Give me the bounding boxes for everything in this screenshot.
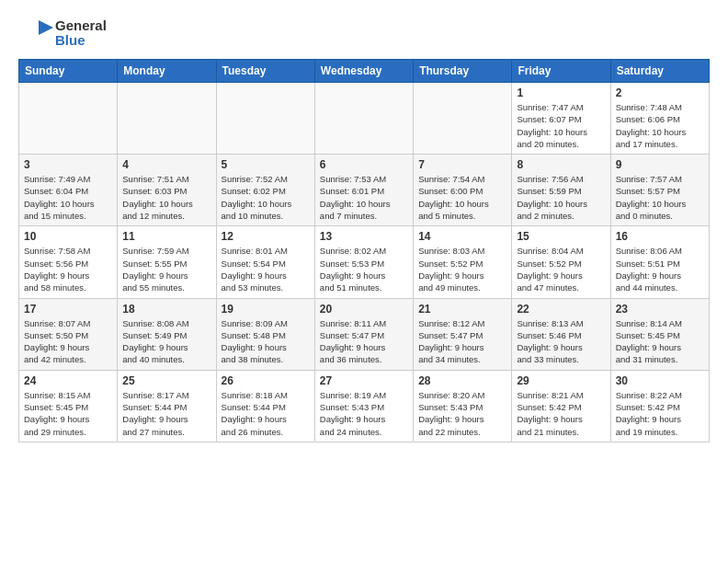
calendar-cell: 8Sunrise: 7:56 AM Sunset: 5:59 PM Daylig…	[512, 155, 610, 226]
calendar-cell: 3Sunrise: 7:49 AM Sunset: 6:04 PM Daylig…	[19, 155, 118, 226]
day-number: 8	[517, 158, 605, 171]
day-number: 11	[122, 230, 210, 243]
day-info: Sunrise: 8:19 AM Sunset: 5:43 PM Dayligh…	[320, 389, 408, 438]
calendar-cell: 12Sunrise: 8:01 AM Sunset: 5:54 PM Dayli…	[216, 226, 314, 298]
calendar-cell: 25Sunrise: 8:17 AM Sunset: 5:44 PM Dayli…	[118, 370, 216, 442]
day-number: 15	[517, 230, 605, 243]
day-number: 17	[24, 303, 112, 316]
calendar-cell: 17Sunrise: 8:07 AM Sunset: 5:50 PM Dayli…	[19, 298, 118, 370]
weekday-header-wednesday: Wednesday	[314, 60, 413, 83]
day-number: 7	[418, 158, 506, 171]
svg-rect-0	[18, 15, 55, 52]
day-info: Sunrise: 7:57 AM Sunset: 5:57 PM Dayligh…	[616, 173, 704, 222]
calendar-cell: 2Sunrise: 7:48 AM Sunset: 6:06 PM Daylig…	[610, 83, 709, 155]
day-number: 24	[24, 374, 112, 387]
day-info: Sunrise: 8:17 AM Sunset: 5:44 PM Dayligh…	[122, 389, 210, 438]
calendar-cell: 11Sunrise: 7:59 AM Sunset: 5:55 PM Dayli…	[118, 226, 216, 298]
weekday-header-saturday: Saturday	[610, 60, 709, 83]
day-number: 29	[517, 374, 605, 387]
logo-general-text: General	[55, 18, 107, 34]
logo-blue-text: Blue	[55, 33, 107, 49]
day-number: 5	[222, 158, 310, 171]
day-number: 13	[320, 230, 408, 243]
day-info: Sunrise: 8:04 AM Sunset: 5:52 PM Dayligh…	[517, 245, 605, 293]
day-number: 3	[24, 158, 112, 171]
calendar-cell: 5Sunrise: 7:52 AM Sunset: 6:02 PM Daylig…	[216, 155, 314, 226]
page: GeneralBlue SundayMondayTuesdayWednesday…	[0, 0, 728, 457]
calendar-cell: 7Sunrise: 7:54 AM Sunset: 6:00 PM Daylig…	[414, 155, 512, 226]
day-number: 16	[616, 230, 704, 243]
calendar-cell: 18Sunrise: 8:08 AM Sunset: 5:49 PM Dayli…	[118, 298, 216, 370]
day-number: 12	[222, 230, 310, 243]
calendar-cell: 6Sunrise: 7:53 AM Sunset: 6:01 PM Daylig…	[314, 155, 413, 226]
day-info: Sunrise: 8:11 AM Sunset: 5:47 PM Dayligh…	[320, 317, 408, 366]
calendar-cell	[414, 83, 512, 155]
calendar-cell: 27Sunrise: 8:19 AM Sunset: 5:43 PM Dayli…	[314, 370, 413, 442]
calendar-cell: 13Sunrise: 8:02 AM Sunset: 5:53 PM Dayli…	[314, 226, 413, 298]
day-info: Sunrise: 8:06 AM Sunset: 5:51 PM Dayligh…	[616, 245, 704, 293]
calendar-cell	[314, 83, 413, 155]
day-info: Sunrise: 7:56 AM Sunset: 5:59 PM Dayligh…	[517, 173, 605, 222]
calendar-cell: 22Sunrise: 8:13 AM Sunset: 5:46 PM Dayli…	[512, 298, 610, 370]
day-info: Sunrise: 8:12 AM Sunset: 5:47 PM Dayligh…	[418, 317, 506, 366]
day-info: Sunrise: 8:09 AM Sunset: 5:48 PM Dayligh…	[222, 317, 310, 366]
calendar-cell: 1Sunrise: 7:47 AM Sunset: 6:07 PM Daylig…	[512, 83, 610, 155]
day-number: 23	[616, 303, 704, 316]
calendar-cell: 16Sunrise: 8:06 AM Sunset: 5:51 PM Dayli…	[610, 226, 709, 298]
day-info: Sunrise: 8:21 AM Sunset: 5:42 PM Dayligh…	[517, 389, 605, 438]
calendar-cell: 26Sunrise: 8:18 AM Sunset: 5:44 PM Dayli…	[216, 370, 314, 442]
day-number: 21	[418, 303, 506, 316]
calendar-cell: 15Sunrise: 8:04 AM Sunset: 5:52 PM Dayli…	[512, 226, 610, 298]
day-info: Sunrise: 8:15 AM Sunset: 5:45 PM Dayligh…	[24, 389, 112, 438]
day-number: 2	[616, 86, 704, 99]
calendar-cell: 23Sunrise: 8:14 AM Sunset: 5:45 PM Dayli…	[610, 298, 709, 370]
calendar-cell: 20Sunrise: 8:11 AM Sunset: 5:47 PM Dayli…	[314, 298, 413, 370]
day-number: 30	[616, 374, 704, 387]
calendar-cell: 9Sunrise: 7:57 AM Sunset: 5:57 PM Daylig…	[610, 155, 709, 226]
day-number: 9	[616, 158, 704, 171]
day-info: Sunrise: 8:22 AM Sunset: 5:42 PM Dayligh…	[616, 389, 704, 438]
day-info: Sunrise: 7:52 AM Sunset: 6:02 PM Dayligh…	[222, 173, 310, 222]
calendar-cell: 28Sunrise: 8:20 AM Sunset: 5:43 PM Dayli…	[414, 370, 512, 442]
day-info: Sunrise: 8:02 AM Sunset: 5:53 PM Dayligh…	[320, 245, 408, 293]
calendar-cell: 21Sunrise: 8:12 AM Sunset: 5:47 PM Dayli…	[414, 298, 512, 370]
day-info: Sunrise: 7:48 AM Sunset: 6:06 PM Dayligh…	[616, 101, 704, 150]
weekday-header-friday: Friday	[512, 60, 610, 83]
day-number: 6	[320, 158, 408, 171]
calendar-cell: 4Sunrise: 7:51 AM Sunset: 6:03 PM Daylig…	[118, 155, 216, 226]
calendar-cell: 29Sunrise: 8:21 AM Sunset: 5:42 PM Dayli…	[512, 370, 610, 442]
calendar-cell: 19Sunrise: 8:09 AM Sunset: 5:48 PM Dayli…	[216, 298, 314, 370]
day-info: Sunrise: 8:20 AM Sunset: 5:43 PM Dayligh…	[418, 389, 506, 438]
day-number: 25	[122, 374, 210, 387]
logo-svg	[18, 15, 55, 52]
calendar: SundayMondayTuesdayWednesdayThursdayFrid…	[18, 59, 710, 442]
calendar-cell	[216, 83, 314, 155]
weekday-header-thursday: Thursday	[414, 60, 512, 83]
day-number: 14	[418, 230, 506, 243]
day-info: Sunrise: 8:07 AM Sunset: 5:50 PM Dayligh…	[24, 317, 112, 366]
day-number: 1	[517, 86, 605, 99]
day-info: Sunrise: 8:03 AM Sunset: 5:52 PM Dayligh…	[418, 245, 506, 293]
weekday-header-tuesday: Tuesday	[216, 60, 314, 83]
calendar-cell: 10Sunrise: 7:58 AM Sunset: 5:56 PM Dayli…	[19, 226, 118, 298]
day-number: 4	[122, 158, 210, 171]
day-number: 10	[24, 230, 112, 243]
day-number: 27	[320, 374, 408, 387]
day-info: Sunrise: 8:13 AM Sunset: 5:46 PM Dayligh…	[517, 317, 605, 366]
day-info: Sunrise: 7:54 AM Sunset: 6:00 PM Dayligh…	[418, 173, 506, 222]
day-info: Sunrise: 7:53 AM Sunset: 6:01 PM Dayligh…	[320, 173, 408, 222]
weekday-header-monday: Monday	[118, 60, 216, 83]
calendar-cell: 30Sunrise: 8:22 AM Sunset: 5:42 PM Dayli…	[610, 370, 709, 442]
day-number: 28	[418, 374, 506, 387]
day-info: Sunrise: 8:01 AM Sunset: 5:54 PM Dayligh…	[222, 245, 310, 293]
calendar-cell	[19, 83, 118, 155]
header: GeneralBlue	[18, 15, 710, 52]
day-info: Sunrise: 7:51 AM Sunset: 6:03 PM Dayligh…	[122, 173, 210, 222]
day-info: Sunrise: 7:47 AM Sunset: 6:07 PM Dayligh…	[517, 101, 605, 150]
day-info: Sunrise: 8:08 AM Sunset: 5:49 PM Dayligh…	[122, 317, 210, 366]
day-number: 19	[222, 303, 310, 316]
calendar-cell: 14Sunrise: 8:03 AM Sunset: 5:52 PM Dayli…	[414, 226, 512, 298]
logo: GeneralBlue	[18, 15, 107, 52]
day-number: 22	[517, 303, 605, 316]
day-info: Sunrise: 7:58 AM Sunset: 5:56 PM Dayligh…	[24, 245, 112, 293]
